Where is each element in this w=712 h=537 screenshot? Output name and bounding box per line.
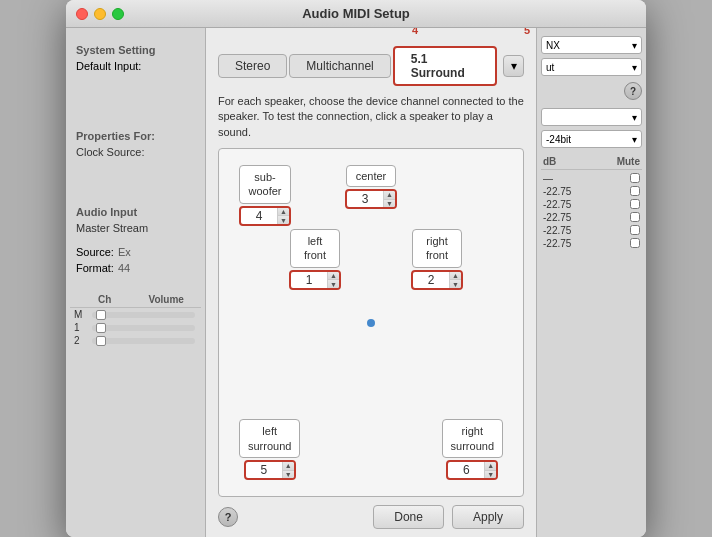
right-surround-up[interactable]: ▲ (485, 462, 496, 471)
right-front-label[interactable]: rightfront (412, 229, 462, 268)
left-front-label[interactable]: leftfront (290, 229, 340, 268)
right-front-channel[interactable]: 2 ▲ ▼ (411, 270, 463, 290)
subwoofer-up[interactable]: ▲ (278, 208, 289, 217)
center-channel-val: 3 (347, 192, 383, 206)
db-row-m: — (541, 172, 642, 185)
tab-surround51[interactable]: 5.1 Surround (393, 46, 498, 86)
right-surround-channel[interactable]: 6 ▲ ▼ (446, 460, 498, 480)
window-title: Audio MIDI Setup (302, 6, 410, 21)
speaker-diagram: sub-woofer 4 ▲ ▼ center 3 (218, 148, 524, 497)
system-settings-label: System Setting (66, 38, 205, 58)
db-row-3: -22.75 (541, 211, 642, 224)
right-surround-down[interactable]: ▼ (485, 471, 496, 479)
subwoofer-down[interactable]: ▼ (278, 216, 289, 224)
right-front-up[interactable]: ▲ (450, 272, 461, 281)
default-input-row: Default Input: (66, 58, 205, 74)
source-value: Ex (118, 246, 131, 258)
right-front-down[interactable]: ▼ (450, 280, 461, 288)
main-window: Audio MIDI Setup System Setting Default … (66, 0, 646, 537)
ch-m: M (74, 309, 90, 320)
format-dropdown-2[interactable]: -24bit▾ (541, 130, 642, 148)
mute-3[interactable] (630, 212, 640, 222)
clock-source-label: Clock Source: (66, 144, 205, 160)
format-dropdown-2-arrow: ▾ (632, 134, 637, 145)
minimize-button[interactable] (94, 8, 106, 20)
left-front-down[interactable]: ▼ (328, 280, 339, 288)
right-surround-channel-val: 6 (448, 463, 484, 477)
db-m-val: — (543, 173, 553, 184)
tab-multichannel[interactable]: Multichannel (289, 54, 390, 78)
subwoofer-widget: sub-woofer 4 ▲ ▼ (239, 165, 291, 226)
right-front-arrows[interactable]: ▲ ▼ (449, 272, 461, 288)
right-panel: NX▾ ut▾ ? ▾ -24bit▾ dB (536, 28, 646, 537)
left-surround-channel[interactable]: 5 ▲ ▼ (244, 460, 296, 480)
format-label: Format: (76, 262, 114, 274)
help-button[interactable]: ? (218, 507, 238, 527)
right-dropdown-1[interactable]: NX▾ (541, 36, 642, 54)
left-surround-label[interactable]: leftsurround (239, 419, 300, 458)
left-surround-up[interactable]: ▲ (283, 462, 294, 471)
subwoofer-channel[interactable]: 4 ▲ ▼ (239, 206, 291, 226)
close-button[interactable] (76, 8, 88, 20)
left-front-channel-val: 1 (291, 273, 327, 287)
volume-col-label: Volume (136, 294, 198, 305)
center-channel[interactable]: 3 ▲ ▼ (345, 189, 397, 209)
db-row-2: -22.75 (541, 198, 642, 211)
left-surround-arrows[interactable]: ▲ ▼ (282, 462, 294, 478)
format-dropdown-1[interactable]: ▾ (541, 108, 642, 126)
db-4-val: -22.75 (543, 225, 571, 236)
right-surround-widget: rightsurround 6 ▲ ▼ (442, 419, 503, 480)
ch-1: 1 (74, 322, 90, 333)
right-surround-label[interactable]: rightsurround (442, 419, 503, 458)
center-down[interactable]: ▼ (384, 200, 395, 208)
mute-col-header: Mute (617, 156, 640, 167)
left-surround-down[interactable]: ▼ (283, 471, 294, 479)
format-value: 44 (118, 262, 130, 274)
left-front-arrows[interactable]: ▲ ▼ (327, 272, 339, 288)
content-area: System Setting Default Input: Properties… (66, 28, 646, 537)
right-front-widget: rightfront 2 ▲ ▼ (411, 229, 463, 290)
audio-input-label: Audio Input (66, 200, 205, 220)
vol-slider-2[interactable] (92, 338, 195, 344)
maximize-button[interactable] (112, 8, 124, 20)
mute-2[interactable] (630, 199, 640, 209)
subwoofer-label[interactable]: sub-woofer (239, 165, 290, 204)
action-buttons: Done Apply (373, 505, 524, 529)
center-label[interactable]: center (346, 165, 396, 187)
tab-stereo[interactable]: Stereo (218, 54, 287, 78)
right-dropdown-1-arrow: ▾ (632, 40, 637, 51)
mute-4[interactable] (630, 225, 640, 235)
apply-button[interactable]: Apply (452, 505, 524, 529)
tab-dropdown[interactable]: ▾ (503, 55, 524, 77)
right-dropdown-2-arrow: ▾ (632, 62, 637, 73)
left-front-up[interactable]: ▲ (328, 272, 339, 281)
subwoofer-arrows[interactable]: ▲ ▼ (277, 208, 289, 224)
sidebar: System Setting Default Input: Properties… (66, 28, 206, 537)
bottom-bar: ? Done Apply (218, 505, 524, 529)
vol-slider-1[interactable] (92, 325, 195, 331)
format-dropdown-2-label: -24bit (546, 134, 571, 145)
source-row: Source: Ex (66, 244, 205, 260)
center-up[interactable]: ▲ (384, 191, 395, 200)
mute-1[interactable] (630, 186, 640, 196)
mute-m[interactable] (630, 173, 640, 183)
db-row-5: -22.75 (541, 237, 642, 250)
ch-2: 2 (74, 335, 90, 346)
left-front-channel[interactable]: 1 ▲ ▼ (289, 270, 341, 290)
right-help-icon[interactable]: ? (624, 82, 642, 100)
vol-slider-m[interactable] (92, 312, 195, 318)
tab-bar: Stereo Multichannel 5.1 Surround ▾ (218, 46, 524, 86)
right-surround-arrows[interactable]: ▲ ▼ (484, 462, 496, 478)
right-dropdown-2[interactable]: ut▾ (541, 58, 642, 76)
main-panel: 4 5 Stereo Multichannel 5.1 Surround ▾ F… (206, 28, 536, 537)
default-input-label: Default Input: (76, 60, 141, 72)
left-surround-widget: leftsurround 5 ▲ ▼ (239, 419, 300, 480)
ch-col-label: Ch (74, 294, 136, 305)
mute-5[interactable] (630, 238, 640, 248)
center-arrows[interactable]: ▲ ▼ (383, 191, 395, 207)
done-button[interactable]: Done (373, 505, 444, 529)
db-col-header: dB (543, 156, 556, 167)
source-label: Source: (76, 246, 114, 258)
db-1-val: -22.75 (543, 186, 571, 197)
right-dropdown-2-label: ut (546, 62, 554, 73)
